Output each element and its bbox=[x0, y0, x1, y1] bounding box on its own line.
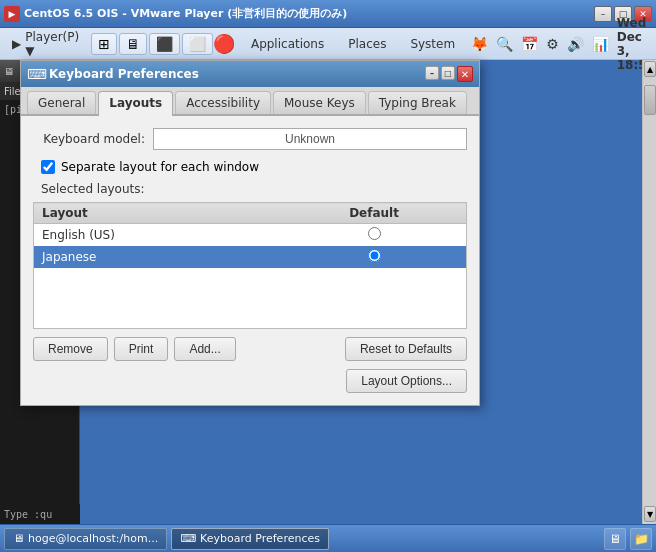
dialog-win-controls: – □ ✕ bbox=[425, 66, 473, 82]
empty-cell-3 bbox=[34, 288, 283, 308]
dialog-maximize-btn[interactable]: □ bbox=[441, 66, 455, 80]
applications-menu[interactable]: Applications bbox=[243, 34, 332, 54]
tab-layouts-label: Layouts bbox=[109, 96, 162, 110]
col-default-header: Default bbox=[282, 203, 466, 224]
taskbar-keyboard-label: Keyboard Preferences bbox=[200, 532, 320, 545]
toolbar-btn-4[interactable]: ⬜ bbox=[182, 33, 213, 55]
taskbar-icon-1[interactable]: 🖥 bbox=[604, 528, 626, 550]
dialog-close-btn[interactable]: ✕ bbox=[457, 66, 473, 82]
calendar-icon: 📅 bbox=[521, 36, 538, 52]
scrollbar-thumb[interactable] bbox=[644, 85, 656, 115]
tab-typing-break-label: Typing Break bbox=[379, 96, 456, 110]
keyboard-preferences-dialog: ⌨ Keyboard Preferences – □ ✕ General Lay… bbox=[20, 60, 480, 406]
table-row-empty-3 bbox=[34, 308, 467, 328]
table-row-empty-2 bbox=[34, 288, 467, 308]
table-row[interactable]: Japanese bbox=[34, 246, 467, 268]
remove-button[interactable]: Remove bbox=[33, 337, 108, 361]
scrollbar-up-btn[interactable]: ▲ bbox=[644, 61, 656, 77]
terminal-file-menu[interactable]: File bbox=[4, 86, 21, 97]
empty-cell-2 bbox=[282, 268, 466, 288]
keyboard-model-label: Keyboard model: bbox=[33, 132, 153, 146]
radio-japanese[interactable] bbox=[368, 249, 381, 262]
reset-button[interactable]: Reset to Defaults bbox=[345, 337, 467, 361]
empty-cell-6 bbox=[282, 308, 466, 328]
firefox-icon: 🦊 bbox=[471, 36, 488, 52]
default-japanese[interactable] bbox=[282, 246, 466, 268]
table-row[interactable]: English (US) bbox=[34, 224, 467, 247]
taskbar-keyboard-prefs[interactable]: ⌨ Keyboard Preferences bbox=[171, 528, 329, 550]
layout-options-button[interactable]: Layout Options... bbox=[346, 369, 467, 393]
taskbar-terminal[interactable]: 🖥 hoge@localhost:/hom... bbox=[4, 528, 167, 550]
taskbar: 🖥 hoge@localhost:/hom... ⌨ Keyboard Pref… bbox=[0, 524, 656, 552]
monitor-icon: 🖥 bbox=[126, 36, 140, 52]
player-label: Player(P) ▼ bbox=[25, 30, 79, 58]
dialog-content: Keyboard model: Separate layout for each… bbox=[21, 116, 479, 405]
fullscreen-icon: ⬜ bbox=[189, 36, 206, 52]
tab-accessibility-label: Accessibility bbox=[186, 96, 260, 110]
tab-mouse-keys-label: Mouse Keys bbox=[284, 96, 355, 110]
screen-icon: ⬛ bbox=[156, 36, 173, 52]
taskbar-terminal-label: hoge@localhost:/hom... bbox=[28, 532, 158, 545]
empty-cell-4 bbox=[282, 288, 466, 308]
toolbar-btn-1[interactable]: ⊞ bbox=[91, 33, 117, 55]
dialog-title-left: ⌨ Keyboard Preferences bbox=[27, 66, 199, 82]
taskbar-keyboard-icon: ⌨ bbox=[180, 532, 196, 545]
menubar-player[interactable]: ▶ Player(P) ▼ bbox=[4, 27, 87, 61]
taskbar-right: 🖥 📁 bbox=[604, 528, 652, 550]
monitor2-icon: 📊 bbox=[592, 36, 609, 52]
table-body: English (US) Japanese bbox=[34, 224, 467, 329]
print-button[interactable]: Print bbox=[114, 337, 169, 361]
add-button[interactable]: Add... bbox=[174, 337, 235, 361]
table-header: Layout Default bbox=[34, 203, 467, 224]
terminal-status-text: Type :qu bbox=[4, 509, 52, 520]
keyboard-model-row: Keyboard model: bbox=[33, 128, 467, 150]
default-english[interactable] bbox=[282, 224, 466, 247]
keyboard-model-input[interactable] bbox=[153, 128, 467, 150]
radio-english[interactable] bbox=[368, 227, 381, 240]
places-menu[interactable]: Places bbox=[340, 34, 394, 54]
action-buttons-row: Remove Print Add... Reset to Defaults bbox=[33, 337, 467, 361]
vmware-icon: ▶ bbox=[4, 6, 20, 22]
selected-layouts-label: Selected layouts: bbox=[41, 182, 467, 196]
separate-layout-row: Separate layout for each window bbox=[41, 160, 467, 174]
taskbar-icon-2[interactable]: 📁 bbox=[630, 528, 652, 550]
layout-table: Layout Default English (US) Japanese bbox=[33, 202, 467, 329]
apps-icon: 🔴 bbox=[213, 33, 235, 54]
col-layout-header: Layout bbox=[34, 203, 283, 224]
dialog-minimize-btn[interactable]: – bbox=[425, 66, 439, 80]
settings-icon: ⚙ bbox=[546, 36, 559, 52]
tab-accessibility[interactable]: Accessibility bbox=[175, 91, 271, 114]
network-icon: 🔍 bbox=[496, 36, 513, 52]
terminal-icon: 🖥 bbox=[4, 66, 14, 77]
terminal-status: Type :qu bbox=[0, 504, 80, 524]
empty-cell-1 bbox=[34, 268, 283, 288]
tab-layouts[interactable]: Layouts bbox=[98, 91, 173, 116]
layout-english: English (US) bbox=[34, 224, 283, 247]
separate-layout-label: Separate layout for each window bbox=[61, 160, 259, 174]
tab-general[interactable]: General bbox=[27, 91, 96, 114]
scrollbar-down-btn[interactable]: ▼ bbox=[644, 506, 656, 522]
tab-general-label: General bbox=[38, 96, 85, 110]
main-area: 🖥 File Edit [piwqewqw ⌨ Keyboard Prefere… bbox=[0, 60, 656, 524]
menubar: ▶ Player(P) ▼ ⊞ 🖥 ⬛ ⬜ 🔴 Applications Pla… bbox=[0, 28, 656, 60]
grid-icon: ⊞ bbox=[98, 36, 110, 52]
player-icon: ▶ bbox=[12, 37, 21, 51]
toolbar-btn-3[interactable]: ⬛ bbox=[149, 33, 180, 55]
dialog-titlebar: ⌨ Keyboard Preferences – □ ✕ bbox=[21, 61, 479, 87]
layout-japanese: Japanese bbox=[34, 246, 283, 268]
layout-options-row: Layout Options... bbox=[33, 369, 467, 393]
toolbar-btn-2[interactable]: 🖥 bbox=[119, 33, 147, 55]
volume-icon: 🔊 bbox=[567, 36, 584, 52]
taskbar-terminal-icon: 🖥 bbox=[13, 532, 24, 545]
dialog-title: Keyboard Preferences bbox=[49, 67, 199, 81]
main-scrollbar[interactable]: ▲ ▼ bbox=[642, 60, 656, 524]
keyboard-title-icon: ⌨ bbox=[27, 66, 43, 82]
tab-mouse-keys[interactable]: Mouse Keys bbox=[273, 91, 366, 114]
table-row-empty-1 bbox=[34, 268, 467, 288]
empty-cell-5 bbox=[34, 308, 283, 328]
separate-layout-checkbox[interactable] bbox=[41, 160, 55, 174]
system-menu[interactable]: System bbox=[402, 34, 463, 54]
tab-typing-break[interactable]: Typing Break bbox=[368, 91, 467, 114]
tabs-container: General Layouts Accessibility Mouse Keys… bbox=[21, 87, 479, 116]
